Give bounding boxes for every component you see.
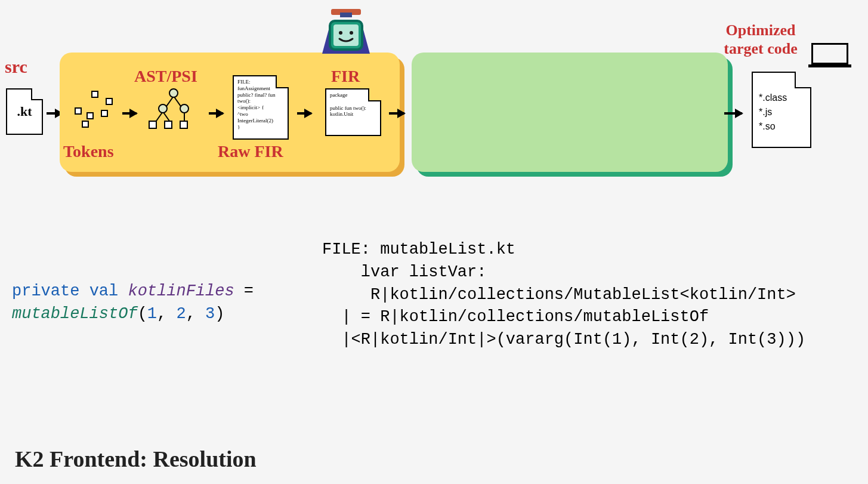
output-ext-2: *.js (759, 105, 804, 119)
astpsi-label: AST/PSI (134, 67, 197, 86)
code-fir-output: FILE: mutableList.kt lvar listVar: R|kot… (322, 239, 805, 352)
svg-rect-4 (333, 24, 359, 46)
tokens-icon (75, 90, 116, 131)
num-2: 2 (176, 305, 186, 323)
func-mutablelistof: mutableListOf (12, 305, 138, 323)
slide-title: K2 Frontend: Resolution (15, 446, 257, 472)
num-3: 3 (205, 305, 215, 323)
code-source: private val kotlinFiles = mutableListOf(… (12, 280, 254, 326)
rawfir-label: Raw FIR (218, 142, 283, 161)
rawfir-doc: FILE: funAssignment public? final? fun t… (233, 75, 289, 140)
src-label: src (5, 57, 27, 77)
kw-private: private (12, 282, 79, 300)
backend-box (412, 53, 728, 172)
ast-tree-icon (146, 87, 200, 135)
robot-mascot-icon (313, 9, 379, 60)
svg-point-6 (350, 31, 353, 35)
output-ext-1: *.class (759, 91, 804, 105)
output-ext-3: *.so (759, 119, 804, 134)
tokens-label: Tokens (63, 142, 114, 161)
fir-label: FIR (331, 67, 360, 86)
arrow-icon (297, 112, 311, 115)
arrow-icon (389, 112, 404, 115)
fir-doc: package public fun two(): kotlin.Unit (325, 88, 381, 136)
arrow-icon (122, 112, 137, 115)
eq-sign: = (234, 282, 254, 300)
paren-close: ) (215, 305, 224, 323)
paren-open: ( (138, 305, 147, 323)
laptop-icon (811, 43, 848, 64)
arrow-icon (209, 112, 223, 115)
src-file-ext: .kt (17, 104, 32, 119)
ident-kotlinfiles: kotlinFiles (128, 282, 234, 300)
pipeline-diagram: src .kt Tokens (0, 12, 868, 179)
output-file-icon: *.class *.js *.so (752, 72, 811, 148)
fir-doc-text: package public fun two(): kotlin.Unit (330, 92, 376, 118)
svg-rect-1 (340, 13, 352, 17)
arrow-icon (724, 112, 742, 115)
kw-val: val (89, 282, 119, 300)
svg-point-5 (339, 31, 342, 35)
rawfir-doc-text: FILE: funAssignment public? final? fun t… (237, 79, 284, 130)
num-1: 1 (147, 305, 157, 323)
src-file-icon: .kt (6, 88, 43, 135)
opt-target-label: Optimized target code (707, 21, 814, 58)
